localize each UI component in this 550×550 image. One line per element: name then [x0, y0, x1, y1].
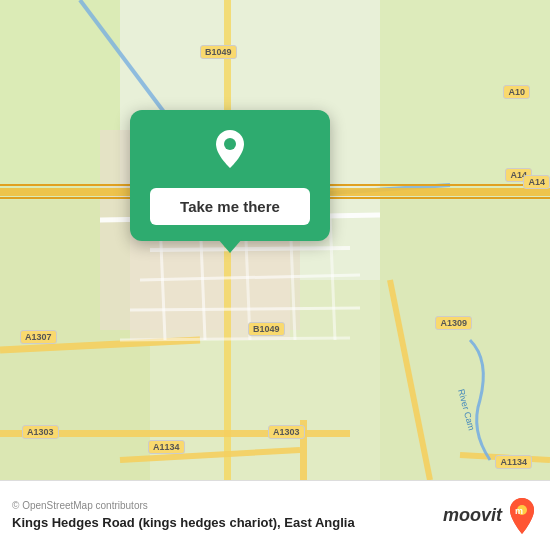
svg-line-24 — [120, 338, 350, 340]
road-label-a1303-left: A1303 — [22, 425, 59, 439]
location-pin-icon — [212, 128, 248, 170]
road-label-b1049-top: B1049 — [200, 45, 237, 59]
moovit-text: moovit — [443, 505, 502, 526]
road-label-a1307: A1307 — [20, 330, 57, 344]
svg-text:m: m — [515, 506, 523, 516]
footer: © OpenStreetMap contributors Kings Hedge… — [0, 480, 550, 550]
popup-card: Take me there — [130, 110, 330, 241]
road-label-b1049-mid: B1049 — [248, 322, 285, 336]
svg-line-21 — [150, 248, 350, 250]
road-label-a10: A10 — [503, 85, 530, 99]
footer-text: © OpenStreetMap contributors Kings Hedge… — [12, 500, 443, 532]
road-label-a1303-bottom: A1303 — [268, 425, 305, 439]
take-me-there-button[interactable]: Take me there — [150, 188, 310, 225]
osm-attribution: © OpenStreetMap contributors — [12, 500, 443, 511]
svg-rect-4 — [380, 200, 550, 480]
moovit-pin-icon: m — [506, 496, 538, 536]
svg-point-32 — [224, 138, 236, 150]
pin-icon-wrapper — [212, 128, 248, 174]
road-label-a1309: A1309 — [435, 316, 472, 330]
road-label-a14-right: A14 — [523, 175, 550, 189]
road-label-a1134-right: A1134 — [495, 455, 532, 469]
moovit-logo: moovit m — [443, 496, 538, 536]
road-label-a1134-left: A1134 — [148, 440, 185, 454]
location-name: Kings Hedges Road (kings hedges chariot)… — [12, 515, 443, 530]
map-container: Hi River Cam B1049 A10 A14 A14 A1307 A13… — [0, 0, 550, 480]
